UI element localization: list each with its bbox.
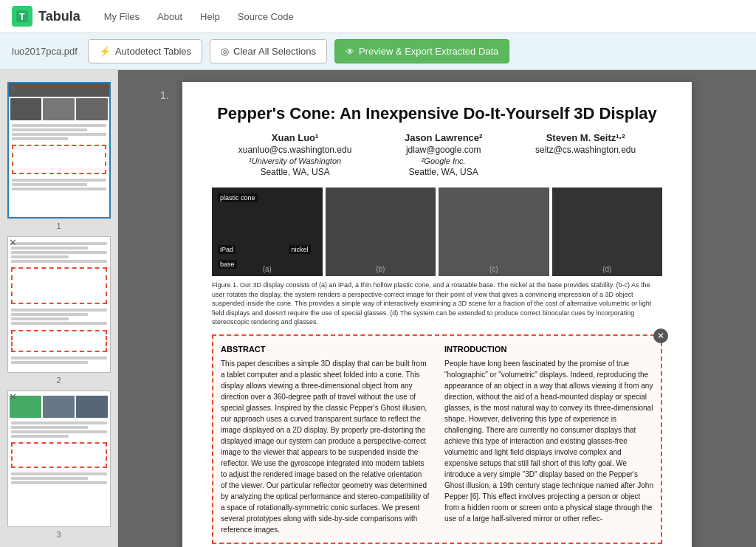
fig-label-c: (c) [489,265,498,273]
page-3-preview [7,391,111,527]
close-page-2-button[interactable]: ✕ [9,238,17,247]
thumb-text-top [8,240,110,265]
figure-a: plastic cone iPad nickel base (a) [212,188,323,276]
autodetect-button[interactable]: ⚡ Autodetect Tables [88,39,202,63]
intro-heading: INTRODUCTION [444,343,653,356]
thumb-text-mid [8,306,110,327]
figure-d: (d) [552,188,663,276]
page-2-preview [7,236,111,373]
thumb-3-text-2 [8,470,110,486]
export-button[interactable]: 👁 Preview & Export Extracted Data [334,39,509,63]
abstract-heading: ABSTRACT [221,343,430,356]
page-number-indicator: 1. [160,89,169,101]
thumb-3-img-b [43,396,75,418]
thumb-3-text-1 [8,419,110,440]
thumb-img-c [76,98,108,120]
thumb-selection-box-1 [12,145,106,174]
nav-my-files[interactable]: My Files [103,8,141,25]
two-column-text: ABSTRACT This paper describes a simple 3… [221,343,653,536]
page-thumb-1[interactable]: ✕ [7,82,111,230]
thumb-3-images [8,394,110,419]
fig-label-d: (d) [602,265,611,273]
page-3-number: 3 [7,530,111,539]
pdf-content-area[interactable]: 1. Pepper's Cone: An Inexpensive Do-It-Y… [118,70,756,547]
eye-icon: 👁 [346,47,354,57]
page-1-preview [7,82,111,219]
target-icon: ◎ [221,46,229,57]
figure-b: (b) [326,188,436,276]
intro-text: People have long been fascinated by the … [444,358,653,524]
selected-region: ✕ ABSTRACT This paper describes a simple… [212,334,662,545]
app-logo-icon: T [12,6,32,27]
pdf-page: Pepper's Cone: An Inexpensive Do-It-Your… [182,82,692,547]
close-page-3-button[interactable]: ✕ [9,392,17,402]
nav-about[interactable]: About [156,8,184,25]
toolbar: luo2017pca.pdf ⚡ Autodetect Tables ◎ Cle… [0,33,756,70]
page-wrapper: 1. Pepper's Cone: An Inexpensive Do-It-Y… [182,82,692,535]
top-navigation: T Tabula My Files About Help Source Code [0,0,756,33]
thumb-text-area-2 [9,176,109,193]
thumb-header-bar [9,83,109,97]
figure-caption: Figure 1. Our 3D display consists of (a)… [212,281,662,327]
thumb-img-b [43,98,75,120]
figure-images-row: plastic cone iPad nickel base (a) (b) [212,188,662,276]
selection-region: ✕ ABSTRACT This paper describes a simple… [212,334,662,545]
thumb-selection-box-3 [11,442,107,468]
app-name: Tabula [38,9,80,24]
main-area: ✕ [0,70,756,547]
page-thumb-2[interactable]: ✕ [7,236,111,385]
page-thumb-3[interactable]: ✕ 3 [7,391,111,539]
lightning-icon: ⚡ [99,46,111,57]
author-2: Jason Lawrence² jdlaw@google.com ²Google… [405,132,483,177]
nav-source-code[interactable]: Source Code [236,8,295,25]
close-page-1-button[interactable]: ✕ [9,83,17,93]
nav-help[interactable]: Help [199,8,221,25]
page-sidebar: ✕ [0,70,118,547]
svg-text:T: T [19,12,25,22]
thumb-text-area [9,122,109,142]
filename-label: luo2017pca.pdf [12,46,78,57]
authors-section: Xuan Luo¹ xuanluo@cs.washington.edu ¹Uni… [212,132,662,177]
thumb-img-a [10,98,42,120]
figure-1: plastic cone iPad nickel base (a) (b) [212,188,662,327]
fig-label-a: (a) [263,265,272,273]
author-3: Steven M. Seitz¹·² seitz@cs.washington.e… [535,132,636,177]
figure-c: (c) [439,188,549,276]
page-1-number: 1 [7,221,111,230]
page-2-number: 2 [7,376,111,385]
logo-area[interactable]: T Tabula [12,6,80,27]
thumb-text-bot [8,354,110,366]
remove-selection-button[interactable]: ✕ [653,328,668,343]
abstract-text: This paper describes a simple 3D display… [221,358,430,535]
introduction-column: INTRODUCTION People have long been fasci… [444,343,653,536]
paper-title: Pepper's Cone: An Inexpensive Do-It-Your… [212,104,662,123]
author-1: Xuan Luo¹ xuanluo@cs.washington.edu ¹Uni… [238,132,352,177]
thumb-selection-box-2b [11,330,107,352]
fig-label-b: (b) [376,265,385,273]
clear-all-button[interactable]: ◎ Clear All Selections [210,39,327,63]
abstract-column: ABSTRACT This paper describes a simple 3… [221,343,430,536]
thumb-images [9,97,109,122]
thumb-3-img-c [76,396,108,418]
thumb-selection-box-2 [11,267,107,304]
